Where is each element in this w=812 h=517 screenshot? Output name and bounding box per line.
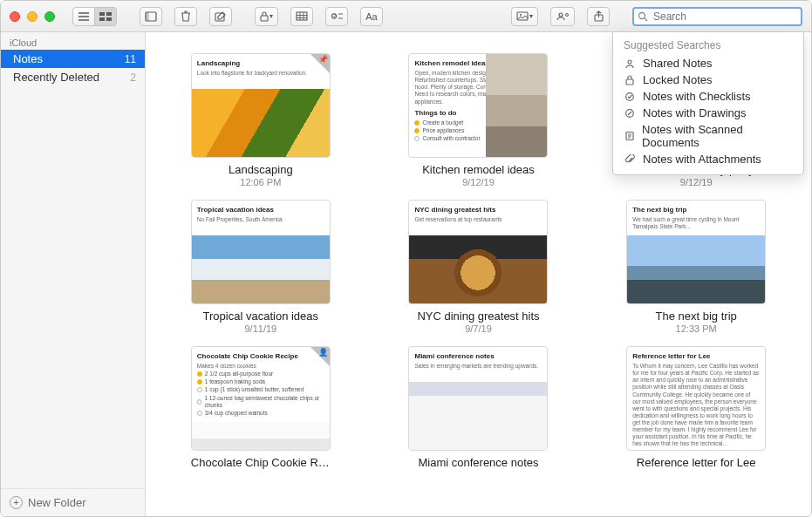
- note-card[interactable]: Reference letter for LeeTo Whom it may c…: [626, 346, 766, 470]
- note-card[interactable]: Chocolate Chip Cookie RecipeMakes 4 doze…: [191, 346, 331, 470]
- checklist-icon: [331, 11, 343, 21]
- thumb-checklist-text: Create a budget: [422, 119, 463, 126]
- scanned-doc-icon: [624, 131, 635, 141]
- shared-icon: [624, 58, 636, 69]
- thumb-image: [192, 89, 330, 157]
- note-thumbnail: Miami conference notesSales in emerging …: [408, 346, 548, 451]
- minimize-window-button[interactable]: [27, 11, 38, 22]
- sidebar-item-notes[interactable]: Notes 11: [1, 50, 145, 68]
- search-icon: [638, 11, 648, 22]
- check-circle-icon: [197, 387, 202, 392]
- close-window-button[interactable]: [10, 11, 20, 22]
- suggested-search-checklists[interactable]: Notes with Checklists: [613, 88, 803, 105]
- format-icon: Aa: [365, 11, 377, 22]
- search-input[interactable]: [632, 7, 802, 26]
- note-date: 9/11/19: [191, 323, 331, 334]
- media-button[interactable]: ▾: [511, 7, 538, 26]
- list-view-button[interactable]: [72, 7, 95, 26]
- suggested-search-scanned[interactable]: Notes with Scanned Documents: [613, 121, 803, 151]
- attachments-view-icon: [145, 11, 157, 22]
- note-title: Kitchen remodel ideas: [408, 163, 548, 176]
- sidebar-item-count: 2: [130, 71, 136, 84]
- zoom-window-button[interactable]: [44, 11, 55, 22]
- gallery-view-button[interactable]: [94, 7, 117, 26]
- note-thumbnail: NYC dining greatest hitsGet reservations…: [408, 200, 548, 304]
- suggested-search-drawings[interactable]: Notes with Drawings: [613, 105, 803, 121]
- suggested-search-label: Notes with Attachments: [643, 153, 761, 166]
- note-card[interactable]: NYC dining greatest hitsGet reservations…: [408, 200, 548, 334]
- thumb-body: No Fail Properties, South America: [197, 216, 324, 223]
- thumb-body: Look into flagstone for backyard renovat…: [197, 70, 324, 77]
- checklist-button[interactable]: [325, 7, 348, 26]
- thumb-title: Chocolate Chip Cookie Recipe: [197, 352, 324, 361]
- thumb-image: [192, 235, 330, 303]
- note-date: 12:06 PM: [191, 177, 331, 187]
- pinned-badge: 📌: [310, 54, 330, 73]
- thumb-checklist-item: 2 1/2 cups all-purpose flour: [197, 371, 324, 378]
- svg-rect-3: [106, 17, 112, 21]
- thumb-title: Landscaping: [197, 59, 324, 68]
- note-card[interactable]: The next big tripWe had such a great tim…: [626, 200, 766, 334]
- suggested-search-label: Locked Notes: [643, 73, 713, 86]
- note-thumbnail: LandscapingLook into flagstone for backy…: [191, 53, 331, 158]
- suggested-search-label: Notes with Checklists: [643, 90, 751, 103]
- thumb-checklist-text: Consult with contractor: [422, 135, 480, 142]
- pin-icon: 📌: [318, 55, 328, 65]
- note-date: 9/7/19: [408, 323, 548, 334]
- gallery-view-icon: [99, 12, 112, 21]
- thumb-image: [627, 235, 765, 303]
- thumb-title: The next big trip: [632, 206, 760, 214]
- note-date: 9/12/19: [626, 177, 766, 187]
- new-note-button[interactable]: [209, 7, 232, 26]
- svg-point-9: [331, 14, 336, 18]
- thumb-checklist-text: 1 teaspoon baking soda: [205, 378, 265, 385]
- lock-note-button[interactable]: ▾: [255, 7, 278, 26]
- svg-rect-2: [99, 17, 105, 21]
- svg-rect-7: [261, 16, 268, 21]
- note-title: Tropical vacation ideas: [191, 310, 331, 323]
- suggested-search-shared[interactable]: Shared Notes: [613, 55, 803, 71]
- new-folder-button[interactable]: + New Folder: [1, 488, 145, 516]
- trash-icon: [181, 10, 191, 22]
- sidebar-item-label: Recently Deleted: [13, 71, 99, 84]
- share-button[interactable]: [587, 7, 610, 26]
- note-title: Landscaping: [191, 163, 331, 176]
- delete-note-button[interactable]: [174, 7, 197, 26]
- note-thumbnail: Chocolate Chip Cookie RecipeMakes 4 doze…: [191, 346, 331, 451]
- thumb-checklist-text: 1 cup (1 stick) unsalted butter, softene…: [205, 386, 304, 393]
- format-button[interactable]: Aa: [360, 7, 383, 26]
- note-title: NYC dining greatest hits: [408, 310, 548, 323]
- svg-point-15: [639, 12, 645, 18]
- suggested-search-locked[interactable]: Locked Notes: [613, 71, 803, 88]
- note-card[interactable]: Kitchen remodel ideasOpen, modern kitche…: [408, 53, 548, 187]
- person-icon: 👤: [318, 348, 328, 357]
- note-title: The next big trip: [626, 310, 766, 323]
- thumb-title: Reference letter for Lee: [632, 352, 760, 361]
- note-title: Reference letter for Lee: [626, 456, 766, 469]
- suggested-search-attachments[interactable]: Notes with Attachments: [613, 151, 803, 167]
- note-thumbnail: Tropical vacation ideasNo Fail Propertie…: [191, 200, 331, 304]
- lock-icon: [260, 11, 269, 22]
- note-card[interactable]: Tropical vacation ideasNo Fail Propertie…: [191, 200, 331, 334]
- collaborate-button[interactable]: [550, 7, 575, 26]
- note-card[interactable]: Miami conference notesSales in emerging …: [408, 346, 548, 470]
- share-icon: [594, 10, 604, 22]
- check-circle-icon: [414, 128, 420, 133]
- chevron-down-icon: ▾: [270, 12, 273, 20]
- drawing-icon: [624, 108, 636, 119]
- thumb-checklist-text: 3/4 cup chopped walnuts: [205, 410, 268, 417]
- sidebar-item-recently-deleted[interactable]: Recently Deleted 2: [1, 68, 145, 86]
- lock-icon: [624, 75, 636, 85]
- thumb-body: To Whom it may concern, Lee Castillo has…: [632, 363, 760, 448]
- plus-circle-icon: +: [10, 496, 23, 509]
- thumb-checklist-item: 3/4 cup chopped walnuts: [197, 410, 324, 417]
- attachment-icon: [624, 154, 636, 165]
- compose-icon: [215, 11, 227, 22]
- sidebar-item-label: Notes: [13, 52, 43, 65]
- check-circle-icon: [197, 379, 202, 384]
- table-button[interactable]: [290, 7, 313, 26]
- toggle-attachments-button[interactable]: [140, 7, 162, 26]
- note-card[interactable]: LandscapingLook into flagstone for backy…: [191, 53, 331, 187]
- note-date: 12:33 PM: [626, 323, 766, 334]
- thumb-body: Get reservations at top restaurants: [414, 216, 542, 223]
